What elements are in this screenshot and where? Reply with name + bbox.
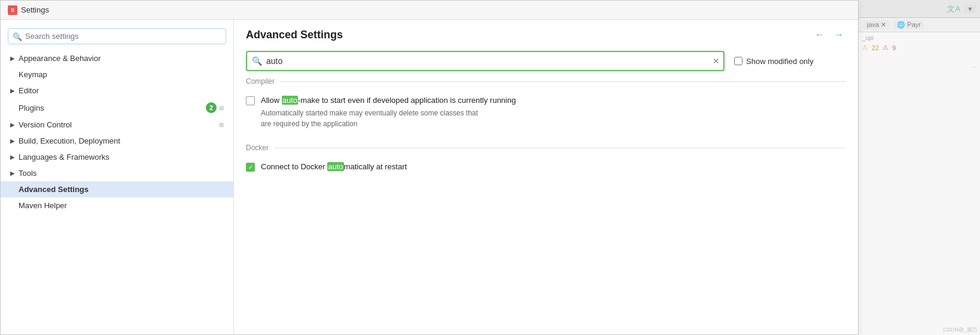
warning-icon: ⚠ [862, 44, 868, 51]
sidebar-item-editor[interactable]: ▶ Editor [1, 83, 233, 99]
sidebar: 🔍 ▶ Appearance & Behavior Keymap ▶ Edito… [1, 20, 234, 334]
pin-icon: ⊞ [219, 121, 224, 128]
content-scroll: Compiler Allow auto-make to start even i… [234, 77, 858, 334]
title-bar: S Settings [1, 1, 858, 20]
sidebar-item-label: Editor [19, 86, 224, 95]
compiler-section: Compiler Allow auto-make to start even i… [246, 77, 846, 132]
highlight-auto: auto [282, 96, 298, 105]
chevron-icon: ▶ [10, 170, 15, 176]
dialog-body: 🔍 ▶ Appearance & Behavior Keymap ▶ Edito… [1, 20, 858, 334]
nav-back-button[interactable]: ← [812, 28, 827, 41]
allow-automake-checkbox[interactable] [246, 96, 255, 105]
sidebar-item-languages-frameworks[interactable]: ▶ Languages & Frameworks [1, 149, 233, 165]
title-bar-text: Settings [21, 5, 49, 14]
chevron-icon: ▶ [10, 55, 15, 62]
setting-item-connect-docker: Connect to Docker automatically at resta… [246, 159, 846, 175]
section-title: Compiler [246, 77, 275, 86]
right-arrow: → [862, 63, 976, 70]
connect-docker-checkbox[interactable] [246, 163, 255, 172]
chevron-icon: ▶ [10, 138, 15, 144]
sidebar-item-label: Plugins [19, 103, 202, 112]
right-lang-icon[interactable]: 文A [947, 4, 960, 14]
settings-search-input[interactable] [246, 51, 725, 71]
sidebar-item-label: Appearance & Behavior [19, 54, 224, 63]
csdn-watermark: CSDN@_渡己 [943, 326, 978, 334]
nav-forward-button[interactable]: → [832, 28, 846, 41]
right-editor-area: _upi ⚠ 22 ⚠ 9 CSDN@_渡己 → [859, 32, 980, 335]
sidebar-item-label: Tools [19, 169, 224, 178]
chevron-icon: ▶ [10, 154, 15, 160]
section-divider [275, 148, 846, 148]
sidebar-item-label: Version Control [19, 120, 217, 129]
setting-content: Connect to Docker automatically at resta… [261, 162, 846, 172]
sidebar-item-label: Advanced Settings [19, 185, 224, 194]
show-modified-wrap: Show modified only [734, 57, 814, 66]
plugins-badge: 2 [206, 102, 217, 113]
settings-search-icon: 🔍 [252, 56, 262, 66]
highlight-auto: auto [327, 162, 343, 171]
sidebar-search-wrap: 🔍 [8, 28, 226, 44]
setting-desc: Automatically started make may eventuall… [261, 108, 846, 129]
chevron-icon: ▶ [10, 87, 15, 94]
nav-buttons: ← → [812, 28, 846, 41]
sidebar-item-keymap[interactable]: Keymap [1, 66, 233, 83]
docker-section: Docker Connect to Docker automatically a… [246, 144, 846, 175]
warning-count: 22 [872, 44, 879, 51]
sidebar-item-label: Languages & Frameworks [19, 153, 224, 162]
show-modified-checkbox[interactable] [734, 57, 742, 65]
chevron-icon: ▶ [10, 121, 15, 128]
sidebar-item-label: Build, Execution, Deployment [19, 136, 224, 145]
main-content: Advanced Settings ← → 🔍 ✕ Show modified … [234, 20, 858, 334]
page-title: Advanced Settings [246, 29, 343, 41]
sidebar-search-icon: 🔍 [13, 32, 22, 41]
setting-item-allow-automake: Allow auto-make to start even if develop… [246, 93, 846, 132]
tab-java[interactable]: java ✕ [863, 20, 890, 29]
app-icon: S [8, 5, 17, 15]
sidebar-search-container: 🔍 [8, 28, 226, 44]
section-header: Compiler [246, 77, 846, 86]
sidebar-item-plugins[interactable]: Plugins 2 ⊞ [1, 99, 233, 117]
sidebar-item-maven-helper[interactable]: Maven Helper [1, 197, 233, 214]
tab-payr[interactable]: 🌐 Payr [893, 20, 924, 29]
pin-icon: ⊞ [219, 105, 224, 111]
right-dropdown[interactable]: ▼ [964, 5, 976, 13]
sidebar-item-tools[interactable]: ▶ Tools [1, 165, 233, 181]
sidebar-item-label: Keymap [19, 70, 224, 79]
show-modified-label: Show modified only [746, 57, 814, 66]
search-bar-row: 🔍 ✕ Show modified only [234, 47, 858, 77]
setting-label: Connect to Docker automatically at resta… [261, 162, 846, 172]
section-header: Docker [246, 144, 846, 152]
sidebar-search-input[interactable] [8, 28, 226, 44]
sidebar-item-build-execution-deployment[interactable]: ▶ Build, Execution, Deployment [1, 133, 233, 149]
error-count: 9 [892, 44, 896, 51]
content-header: Advanced Settings ← → [234, 20, 858, 47]
sidebar-item-advanced-settings[interactable]: Advanced Settings [1, 181, 233, 197]
section-title: Docker [246, 144, 269, 152]
settings-search-wrap: 🔍 ✕ [246, 51, 725, 71]
setting-content: Allow auto-make to start even if develop… [261, 95, 846, 129]
sidebar-item-appearance-behavior[interactable]: ▶ Appearance & Behavior [1, 50, 233, 66]
sidebar-item-label: Maven Helper [19, 201, 224, 210]
right-editor-text: _upi [862, 35, 976, 41]
settings-search-clear-button[interactable]: ✕ [713, 56, 720, 66]
setting-label: Allow auto-make to start even if develop… [261, 95, 846, 106]
sidebar-item-version-control[interactable]: ▶ Version Control ⊞ [1, 117, 233, 133]
error-icon: ⚠ [882, 44, 888, 51]
section-divider [281, 81, 846, 82]
right-status-bar: ⚠ 22 ⚠ 9 [862, 44, 976, 51]
